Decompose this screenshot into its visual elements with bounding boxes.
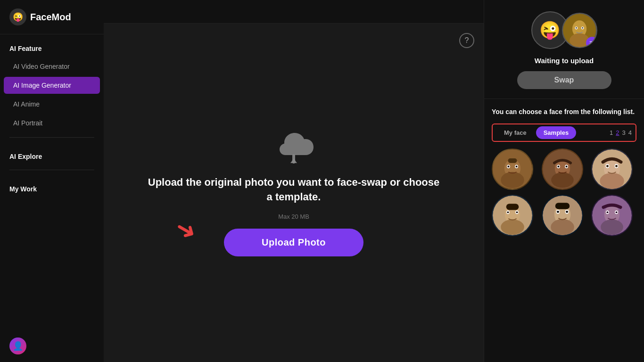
svg-point-14 xyxy=(508,165,510,167)
svg-point-33 xyxy=(501,219,524,234)
svg-point-22 xyxy=(557,165,559,167)
sidebar-divider-2 xyxy=(9,170,94,170)
sidebar-item-label: AI Image Generator xyxy=(13,82,71,89)
sidebar-item-label: AI Anime xyxy=(13,100,40,108)
face-svg-4 xyxy=(493,195,532,236)
svg-point-49 xyxy=(601,219,623,234)
cloud-upload-icon xyxy=(270,129,317,167)
face-item-3[interactable] xyxy=(591,148,633,190)
face-tabs-row: My face Samples 1 2 3 4 xyxy=(492,123,636,142)
svg-point-30 xyxy=(615,165,618,167)
svg-point-15 xyxy=(516,165,518,167)
face-selection-area: You can choose a face from the following… xyxy=(484,99,644,362)
upload-title: Upload the original photo you want to fa… xyxy=(148,175,440,205)
svg-point-26 xyxy=(600,173,625,189)
face-svg-3 xyxy=(592,148,632,190)
swap-button[interactable]: Swap xyxy=(517,71,611,89)
svg-point-44 xyxy=(557,211,559,213)
sidebar-item-ai-portrait[interactable]: AI Portrait xyxy=(4,115,100,132)
upload-area: Upload the original photo you want to fa… xyxy=(148,129,440,256)
face-item-4[interactable] xyxy=(492,195,533,236)
sidebar-item-label: AI Portrait xyxy=(13,119,42,127)
svg-point-53 xyxy=(616,211,618,213)
svg-point-8 xyxy=(582,27,583,28)
svg-rect-16 xyxy=(508,158,517,163)
tab-my-face[interactable]: My face xyxy=(496,126,534,139)
swap-badge: ⇄ xyxy=(586,37,597,48)
face-preview: 😜 ⇄ xyxy=(531,11,597,49)
right-panel: 😜 ⇄ Waiting to upload Swap You xyxy=(484,0,644,362)
section-label-my-work: My Work xyxy=(0,175,104,197)
face-svg-2 xyxy=(543,148,582,190)
tab-samples[interactable]: Samples xyxy=(536,126,576,139)
page-3[interactable]: 3 xyxy=(622,129,626,136)
upload-max-size: Max 20 MB xyxy=(278,213,309,220)
face-grid xyxy=(492,148,636,236)
svg-rect-1 xyxy=(292,154,295,164)
svg-point-23 xyxy=(565,165,567,167)
svg-point-36 xyxy=(507,211,509,213)
face-item-5[interactable] xyxy=(542,195,583,236)
arrow-hint-icon: ➜ xyxy=(170,212,202,247)
svg-rect-38 xyxy=(506,204,519,210)
swap-preview-area: 😜 ⇄ Waiting to upload Swap xyxy=(484,0,644,99)
face-svg-1 xyxy=(493,148,532,190)
help-button[interactable]: ? xyxy=(459,33,474,48)
sidebar-item-ai-anime[interactable]: AI Anime xyxy=(4,96,100,113)
logo[interactable]: 😜 FaceMod xyxy=(0,0,104,34)
main-body: ? Upload the original photo you want to … xyxy=(104,24,484,362)
svg-rect-46 xyxy=(555,203,570,209)
face-svg-6 xyxy=(592,195,632,236)
svg-point-41 xyxy=(551,219,574,235)
section-label-ai-explore: AI Explore xyxy=(0,142,104,165)
sidebar-item-ai-image-generator[interactable]: AI Image Generator xyxy=(4,77,100,94)
face-page-numbers: 1 2 3 4 xyxy=(610,129,632,136)
sidebar-item-ai-video-generator[interactable]: AI Video Generator xyxy=(4,58,100,75)
waiting-text: Waiting to upload xyxy=(535,57,594,65)
user-avatar[interactable]: 👤 xyxy=(9,337,26,354)
face-item-2[interactable] xyxy=(542,148,583,190)
sidebar-divider xyxy=(9,137,94,138)
section-label-ai-feature: AI Feature xyxy=(0,34,104,57)
face-svg-5 xyxy=(543,195,582,236)
sidebar-item-label: AI Video Generator xyxy=(13,63,70,70)
logo-text: FaceMod xyxy=(30,12,71,23)
page-1[interactable]: 1 xyxy=(610,129,613,136)
svg-point-37 xyxy=(516,211,518,213)
main-content: ? Upload the original photo you want to … xyxy=(104,0,484,362)
target-face-emoji: 😜 xyxy=(539,20,561,40)
face-item-1[interactable] xyxy=(492,148,533,190)
face-list-title: You can choose a face from the following… xyxy=(492,107,636,117)
upload-photo-button[interactable]: Upload Photo xyxy=(224,229,363,256)
page-2[interactable]: 2 xyxy=(616,129,619,136)
svg-point-45 xyxy=(566,211,568,213)
topbar xyxy=(104,0,484,24)
svg-point-29 xyxy=(606,165,609,167)
sidebar: 😜 FaceMod AI Feature AI Video Generator … xyxy=(0,0,104,362)
svg-point-7 xyxy=(575,27,577,28)
logo-icon: 😜 xyxy=(9,8,26,25)
svg-point-19 xyxy=(551,172,574,187)
face-item-6[interactable] xyxy=(591,195,633,236)
svg-point-52 xyxy=(607,211,609,213)
svg-point-11 xyxy=(501,172,524,188)
face-tabs: My face Samples xyxy=(496,126,576,139)
sidebar-bottom: 👤 xyxy=(0,330,104,362)
source-face-circle: ⇄ xyxy=(562,13,597,48)
page-4[interactable]: 4 xyxy=(628,129,632,136)
